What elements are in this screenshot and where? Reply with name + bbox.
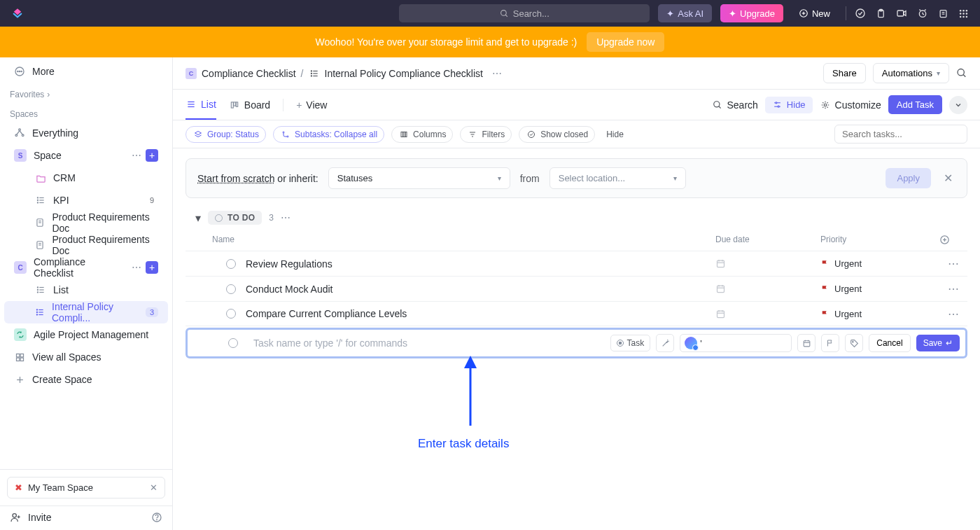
status-pill[interactable]: TO DO [208, 211, 262, 225]
alarm-icon[interactable] [917, 8, 928, 19]
tab-list[interactable]: List [186, 90, 216, 120]
apply-button[interactable]: Apply [886, 168, 931, 188]
save-button[interactable]: Save ↵ [916, 335, 960, 351]
sidebar-item-compliance[interactable]: C Compliance Checklist ⋯ + [4, 256, 168, 279]
search-icon[interactable] [956, 68, 967, 79]
row-more-button[interactable]: ⋯ [939, 307, 967, 321]
sidebar-item-agile[interactable]: Agile Project Management [4, 323, 168, 346]
new-task-input[interactable] [253, 337, 605, 349]
notepad-icon[interactable] [938, 8, 948, 19]
upgrade-now-button[interactable]: Upgrade now [587, 32, 664, 52]
row-more-button[interactable]: ⋯ [939, 257, 967, 270]
grid-icon [14, 351, 25, 363]
collapse-group-button[interactable]: ▾ [195, 211, 201, 225]
clipboard-icon[interactable] [876, 8, 886, 19]
add-column-button[interactable] [939, 235, 967, 245]
sidebar-item-more[interactable]: More [4, 60, 168, 83]
assignee-chip[interactable]: ' [680, 334, 792, 352]
add-task-button[interactable]: Add Task [888, 95, 942, 114]
sidebar-item-prd2[interactable]: Product Requirements Doc [4, 234, 168, 256]
svg-point-29 [19, 71, 20, 71]
task-type-button[interactable]: Task [610, 335, 651, 351]
search-placeholder: Search... [513, 8, 550, 19]
svg-point-90 [778, 106, 779, 107]
status-circle[interactable] [226, 259, 236, 269]
filter-icon [467, 129, 478, 140]
subtask-icon [280, 129, 291, 140]
search-button[interactable]: Search [712, 99, 758, 111]
hide-button[interactable]: Hide [765, 97, 813, 113]
sparkle-icon: ✦ [666, 8, 674, 19]
hide-link[interactable]: Hide [602, 127, 628, 141]
breadcrumb-page[interactable]: Internal Policy Compliance Checklist [325, 68, 483, 79]
close-icon[interactable]: ✕ [941, 172, 955, 185]
cancel-button[interactable]: Cancel [869, 334, 910, 352]
status-circle[interactable] [228, 338, 238, 348]
start-from-scratch-link[interactable]: Start from scratch [197, 173, 274, 184]
breadcrumb-more[interactable]: ⋯ [492, 68, 502, 79]
location-select[interactable]: Select location... ▾ [550, 167, 686, 189]
priority-cell[interactable]: Urgent [820, 309, 939, 319]
more-dots-icon[interactable]: ⋯ [132, 262, 141, 273]
task-name: Conduct Mock Audit [246, 284, 715, 295]
subtasks-chip[interactable]: Subtasks: Collapse all [273, 126, 384, 143]
check-circle-icon[interactable] [855, 8, 866, 19]
row-more-button[interactable]: ⋯ [939, 282, 967, 295]
expand-button[interactable] [949, 96, 967, 114]
magic-wand-button[interactable] [656, 334, 674, 352]
favorites-heading[interactable]: Favorites › [0, 83, 172, 102]
task-row[interactable]: Review Regulations Urgent ⋯ [186, 251, 967, 276]
help-icon[interactable] [151, 512, 162, 523]
automations-button[interactable]: Automations ▾ [873, 63, 949, 83]
task-row[interactable]: Compare Current Compliance Levels Urgent… [186, 301, 967, 326]
group-chip[interactable]: Group: Status [186, 126, 266, 143]
status-circle[interactable] [226, 309, 236, 319]
due-date-cell[interactable] [715, 284, 820, 294]
search-tasks-input[interactable] [834, 125, 967, 144]
share-button[interactable]: Share [823, 63, 866, 83]
show-closed-chip[interactable]: Show closed [519, 126, 595, 143]
sidebar-item-create-space[interactable]: Create Space [4, 368, 168, 391]
tab-board[interactable]: Board [229, 90, 270, 120]
invite-button[interactable]: Invite [0, 505, 172, 530]
priority-cell[interactable]: Urgent [820, 284, 939, 294]
ask-ai-button[interactable]: ✦ Ask AI [658, 4, 712, 22]
customize-button[interactable]: Customize [820, 99, 881, 111]
columns-chip[interactable]: Columns [391, 126, 453, 143]
due-date-cell[interactable] [715, 258, 820, 269]
global-search[interactable]: Search... [399, 4, 650, 22]
sidebar-item-space[interactable]: S Space ⋯ + [4, 144, 168, 167]
network-icon [14, 127, 25, 139]
team-space-chip[interactable]: ✖ My Team Space ✕ [7, 477, 165, 498]
sidebar-item-internal-policy[interactable]: Internal Policy Compli... 3 [4, 301, 168, 323]
add-space-item-button[interactable]: + [146, 261, 158, 274]
statuses-select[interactable]: Statuses ▾ [328, 167, 510, 189]
due-date-cell[interactable] [715, 309, 820, 319]
upgrade-button[interactable]: ✦ Upgrade [720, 4, 783, 22]
sidebar-item-crm[interactable]: CRM [4, 167, 168, 189]
status-circle[interactable] [226, 284, 236, 294]
group-more-button[interactable]: ⋯ [281, 212, 290, 223]
filters-chip[interactable]: Filters [460, 126, 512, 143]
video-icon[interactable] [896, 8, 907, 19]
svg-rect-8 [897, 11, 904, 16]
add-view-button[interactable]: + View [296, 90, 327, 120]
task-row[interactable]: Conduct Mock Audit Urgent ⋯ [186, 276, 967, 301]
sidebar-item-view-all[interactable]: View all Spaces [4, 346, 168, 368]
svg-point-36 [37, 197, 38, 198]
sidebar-item-list[interactable]: List [4, 279, 168, 301]
sidebar-item-kpi[interactable]: KPI 9 [4, 189, 168, 211]
add-space-item-button[interactable]: + [146, 149, 158, 162]
apps-grid-icon[interactable] [958, 8, 969, 19]
more-dots-icon[interactable]: ⋯ [132, 150, 141, 161]
sidebar-item-prd1[interactable]: Product Requirements Doc [4, 211, 168, 234]
sidebar-item-everything[interactable]: Everything [4, 122, 168, 144]
new-button[interactable]: New [792, 4, 837, 22]
tag-button[interactable] [845, 334, 863, 352]
priority-button[interactable] [821, 334, 839, 352]
close-icon[interactable]: ✕ [150, 482, 158, 493]
date-button[interactable] [797, 334, 816, 352]
priority-cell[interactable]: Urgent [820, 258, 939, 269]
list-icon [35, 284, 46, 295]
breadcrumb-space[interactable]: Compliance Checklist [202, 68, 296, 79]
